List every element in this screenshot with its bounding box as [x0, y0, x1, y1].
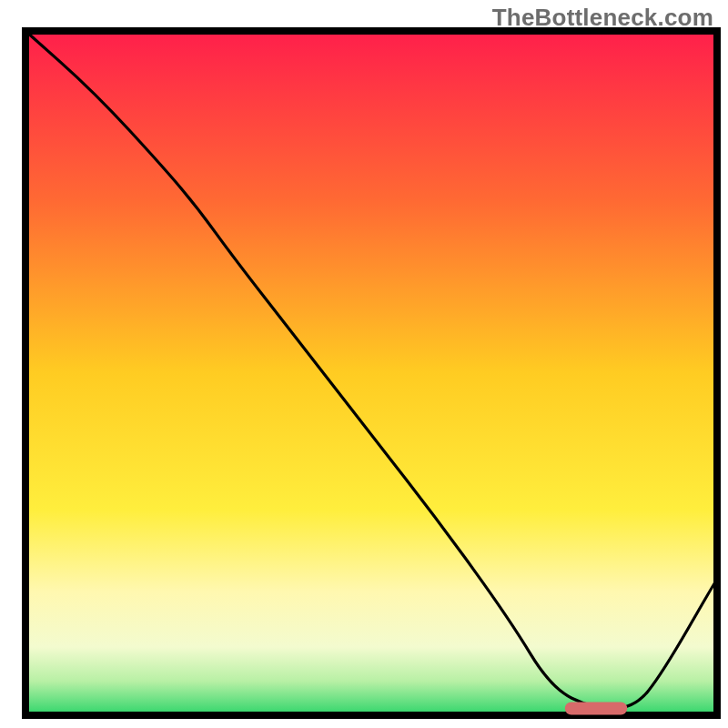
optimal-range-marker: [565, 702, 627, 714]
bottleneck-chart: [0, 0, 728, 728]
chart-container: { "watermark": "TheBottleneck.com", "cha…: [0, 0, 728, 728]
plot-background: [25, 31, 717, 715]
watermark-text: TheBottleneck.com: [492, 4, 713, 32]
